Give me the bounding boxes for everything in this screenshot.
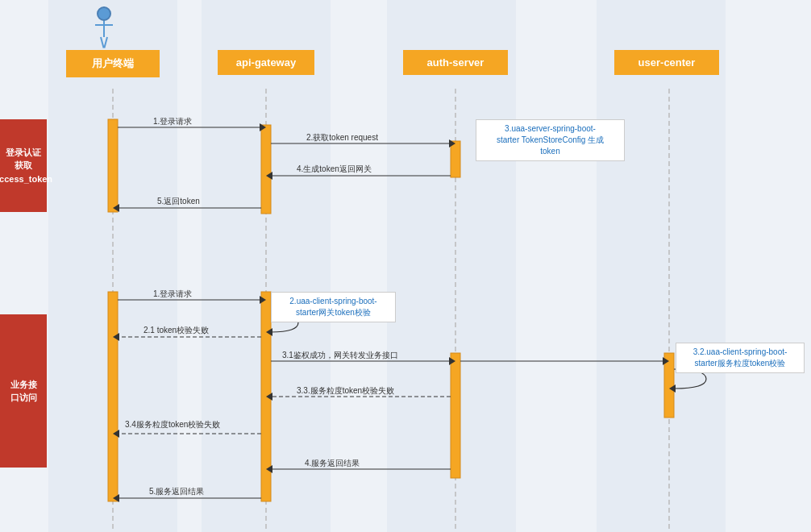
section-api: 业务接口访问 — [0, 314, 47, 468]
stripe-user — [48, 0, 177, 532]
participant-user: 用户终端 — [66, 50, 160, 77]
diagram-container: 1.登录请求 2.获取token request 4.生成token返回网关 5… — [0, 0, 811, 532]
actor-user — [97, 6, 111, 48]
stripe-ucenter — [597, 0, 726, 532]
section-login: 登录认证获取access_token — [0, 119, 47, 212]
stripe-gateway — [202, 0, 331, 532]
participant-auth: auth-server — [403, 50, 508, 75]
participant-ucenter: user-center — [614, 50, 719, 75]
annotation-uaa-client-ucenter: 3.2.uaa-client-spring-boot-starter服务粒度to… — [676, 343, 805, 373]
annotation-uaa-server: 3.uaa-server-spring-boot-starter TokenSt… — [476, 119, 625, 161]
annotation-uaa-client-gateway: 2.uaa-client-spring-boot-starter网关token校… — [271, 292, 396, 322]
actor-head — [97, 6, 111, 21]
stripe-auth — [387, 0, 516, 532]
participant-gateway: api-gateway — [218, 50, 314, 75]
actor-figure — [97, 6, 111, 48]
